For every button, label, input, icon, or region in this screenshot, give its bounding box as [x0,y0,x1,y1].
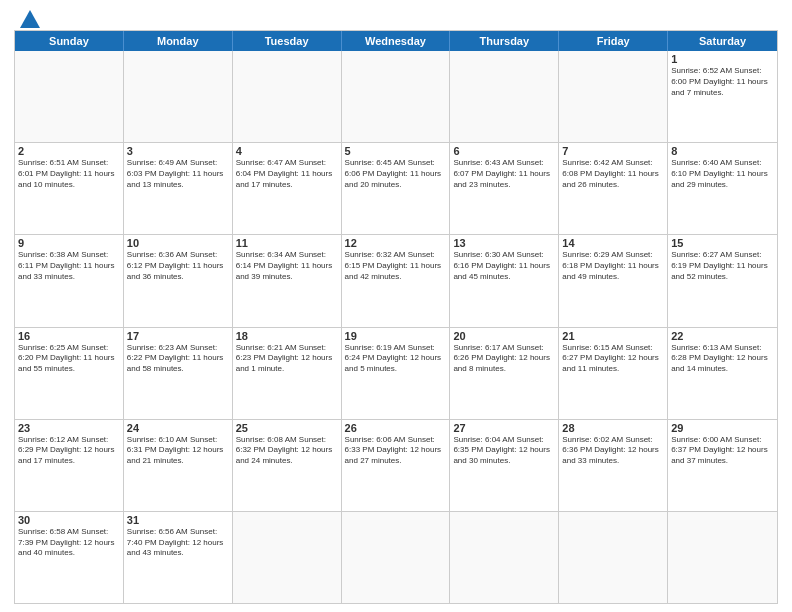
day-number: 11 [236,237,338,249]
day-cell-27: 27Sunrise: 6:04 AM Sunset: 6:35 PM Dayli… [450,420,559,511]
day-info: Sunrise: 6:21 AM Sunset: 6:23 PM Dayligh… [236,343,338,375]
day-cell-empty [342,512,451,603]
day-cell-empty [233,512,342,603]
day-number: 4 [236,145,338,157]
day-info: Sunrise: 6:08 AM Sunset: 6:32 PM Dayligh… [236,435,338,467]
top-section [14,10,778,24]
day-number: 29 [671,422,774,434]
day-info: Sunrise: 6:06 AM Sunset: 6:33 PM Dayligh… [345,435,447,467]
calendar-row-4: 23Sunrise: 6:12 AM Sunset: 6:29 PM Dayli… [15,419,777,511]
day-cell-empty [233,51,342,142]
day-cell-24: 24Sunrise: 6:10 AM Sunset: 6:31 PM Dayli… [124,420,233,511]
day-number: 8 [671,145,774,157]
day-number: 15 [671,237,774,249]
day-cell-empty [450,51,559,142]
day-number: 20 [453,330,555,342]
day-cell-29: 29Sunrise: 6:00 AM Sunset: 6:37 PM Dayli… [668,420,777,511]
header-day-wednesday: Wednesday [342,31,451,51]
day-number: 10 [127,237,229,249]
day-number: 12 [345,237,447,249]
day-info: Sunrise: 6:02 AM Sunset: 6:36 PM Dayligh… [562,435,664,467]
day-number: 13 [453,237,555,249]
day-cell-10: 10Sunrise: 6:36 AM Sunset: 6:12 PM Dayli… [124,235,233,326]
header-day-friday: Friday [559,31,668,51]
day-cell-31: 31Sunrise: 6:56 AM Sunset: 7:40 PM Dayli… [124,512,233,603]
day-info: Sunrise: 6:43 AM Sunset: 6:07 PM Dayligh… [453,158,555,190]
day-cell-17: 17Sunrise: 6:23 AM Sunset: 6:22 PM Dayli… [124,328,233,419]
day-info: Sunrise: 6:42 AM Sunset: 6:08 PM Dayligh… [562,158,664,190]
day-cell-16: 16Sunrise: 6:25 AM Sunset: 6:20 PM Dayli… [15,328,124,419]
day-number: 7 [562,145,664,157]
day-cell-9: 9Sunrise: 6:38 AM Sunset: 6:11 PM Daylig… [15,235,124,326]
day-info: Sunrise: 6:19 AM Sunset: 6:24 PM Dayligh… [345,343,447,375]
day-number: 2 [18,145,120,157]
calendar-row-5: 30Sunrise: 6:58 AM Sunset: 7:39 PM Dayli… [15,511,777,603]
calendar-row-2: 9Sunrise: 6:38 AM Sunset: 6:11 PM Daylig… [15,234,777,326]
header-day-sunday: Sunday [15,31,124,51]
day-number: 28 [562,422,664,434]
day-info: Sunrise: 6:56 AM Sunset: 7:40 PM Dayligh… [127,527,229,559]
day-info: Sunrise: 6:04 AM Sunset: 6:35 PM Dayligh… [453,435,555,467]
day-info: Sunrise: 6:51 AM Sunset: 6:01 PM Dayligh… [18,158,120,190]
day-cell-6: 6Sunrise: 6:43 AM Sunset: 6:07 PM Daylig… [450,143,559,234]
day-cell-empty [559,51,668,142]
day-info: Sunrise: 6:00 AM Sunset: 6:37 PM Dayligh… [671,435,774,467]
day-cell-5: 5Sunrise: 6:45 AM Sunset: 6:06 PM Daylig… [342,143,451,234]
day-info: Sunrise: 6:45 AM Sunset: 6:06 PM Dayligh… [345,158,447,190]
day-cell-12: 12Sunrise: 6:32 AM Sunset: 6:15 PM Dayli… [342,235,451,326]
day-number: 25 [236,422,338,434]
day-info: Sunrise: 6:17 AM Sunset: 6:26 PM Dayligh… [453,343,555,375]
day-info: Sunrise: 6:34 AM Sunset: 6:14 PM Dayligh… [236,250,338,282]
day-cell-8: 8Sunrise: 6:40 AM Sunset: 6:10 PM Daylig… [668,143,777,234]
day-cell-19: 19Sunrise: 6:19 AM Sunset: 6:24 PM Dayli… [342,328,451,419]
logo-triangle-icon [20,10,40,28]
header-day-monday: Monday [124,31,233,51]
day-cell-7: 7Sunrise: 6:42 AM Sunset: 6:08 PM Daylig… [559,143,668,234]
day-cell-23: 23Sunrise: 6:12 AM Sunset: 6:29 PM Dayli… [15,420,124,511]
calendar-row-3: 16Sunrise: 6:25 AM Sunset: 6:20 PM Dayli… [15,327,777,419]
day-cell-26: 26Sunrise: 6:06 AM Sunset: 6:33 PM Dayli… [342,420,451,511]
day-cell-empty [342,51,451,142]
day-number: 3 [127,145,229,157]
day-number: 23 [18,422,120,434]
day-info: Sunrise: 6:32 AM Sunset: 6:15 PM Dayligh… [345,250,447,282]
day-cell-25: 25Sunrise: 6:08 AM Sunset: 6:32 PM Dayli… [233,420,342,511]
day-cell-1: 1Sunrise: 6:52 AM Sunset: 6:00 PM Daylig… [668,51,777,142]
day-info: Sunrise: 6:23 AM Sunset: 6:22 PM Dayligh… [127,343,229,375]
logo-area [14,10,40,24]
day-info: Sunrise: 6:13 AM Sunset: 6:28 PM Dayligh… [671,343,774,375]
header-day-thursday: Thursday [450,31,559,51]
day-number: 22 [671,330,774,342]
day-cell-13: 13Sunrise: 6:30 AM Sunset: 6:16 PM Dayli… [450,235,559,326]
day-cell-18: 18Sunrise: 6:21 AM Sunset: 6:23 PM Dayli… [233,328,342,419]
day-number: 9 [18,237,120,249]
day-cell-empty [559,512,668,603]
day-cell-empty [450,512,559,603]
day-number: 5 [345,145,447,157]
day-cell-4: 4Sunrise: 6:47 AM Sunset: 6:04 PM Daylig… [233,143,342,234]
day-info: Sunrise: 6:25 AM Sunset: 6:20 PM Dayligh… [18,343,120,375]
day-info: Sunrise: 6:40 AM Sunset: 6:10 PM Dayligh… [671,158,774,190]
day-cell-21: 21Sunrise: 6:15 AM Sunset: 6:27 PM Dayli… [559,328,668,419]
day-number: 21 [562,330,664,342]
day-number: 18 [236,330,338,342]
day-cell-3: 3Sunrise: 6:49 AM Sunset: 6:03 PM Daylig… [124,143,233,234]
calendar: SundayMondayTuesdayWednesdayThursdayFrid… [14,30,778,604]
day-info: Sunrise: 6:12 AM Sunset: 6:29 PM Dayligh… [18,435,120,467]
day-cell-11: 11Sunrise: 6:34 AM Sunset: 6:14 PM Dayli… [233,235,342,326]
logo [14,10,40,28]
day-info: Sunrise: 6:58 AM Sunset: 7:39 PM Dayligh… [18,527,120,559]
day-cell-empty [668,512,777,603]
day-cell-30: 30Sunrise: 6:58 AM Sunset: 7:39 PM Dayli… [15,512,124,603]
day-cell-14: 14Sunrise: 6:29 AM Sunset: 6:18 PM Dayli… [559,235,668,326]
day-number: 26 [345,422,447,434]
day-info: Sunrise: 6:30 AM Sunset: 6:16 PM Dayligh… [453,250,555,282]
day-cell-empty [124,51,233,142]
calendar-row-1: 2Sunrise: 6:51 AM Sunset: 6:01 PM Daylig… [15,142,777,234]
day-number: 31 [127,514,229,526]
day-number: 1 [671,53,774,65]
calendar-body: 1Sunrise: 6:52 AM Sunset: 6:00 PM Daylig… [15,51,777,603]
day-info: Sunrise: 6:49 AM Sunset: 6:03 PM Dayligh… [127,158,229,190]
day-cell-empty [15,51,124,142]
day-number: 27 [453,422,555,434]
